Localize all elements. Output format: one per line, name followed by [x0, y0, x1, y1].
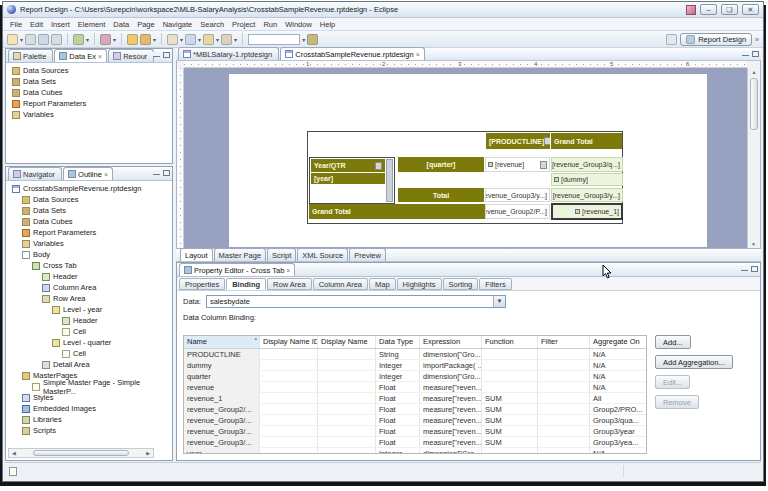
binding-table-row[interactable]: quarter Integer dimension["Gro... N/A [184, 371, 646, 382]
close-button[interactable]: ✕ [742, 4, 759, 15]
binding-table-row[interactable]: revenue_Group2/... Float measure["reven.… [184, 404, 646, 415]
panel-tab[interactable]: Data Ex × [54, 49, 107, 62]
tree-item[interactable]: Data Cubes [6, 216, 172, 227]
tree-item[interactable]: Data Sets [6, 205, 172, 216]
tab-close-icon[interactable]: × [286, 267, 290, 274]
external-preview-icon[interactable] [307, 34, 318, 45]
scroll-left-icon[interactable]: ◀ [9, 450, 19, 456]
tree-item[interactable]: Row Area [6, 293, 172, 304]
crosstab-row-header-block[interactable]: Year/QTR [year] [309, 157, 395, 204]
crosstab-column-header-cell[interactable]: [PRODUCTLINE] [486, 133, 550, 149]
column-header[interactable]: Aggregate On [590, 336, 646, 348]
column-header[interactable]: Data Type [376, 336, 420, 348]
property-subtab[interactable]: Highlights [397, 278, 442, 290]
property-subtab[interactable]: Binding [226, 278, 266, 290]
tab-close-icon[interactable]: × [416, 51, 420, 58]
new-report-icon[interactable] [7, 34, 18, 45]
cell-menu-icon[interactable] [544, 137, 550, 145]
page-tab[interactable]: Preview [349, 248, 386, 261]
menu-item[interactable]: Navigate [159, 20, 197, 29]
binding-table-row[interactable]: revenue_Group3/... Float measure["reven.… [184, 415, 646, 426]
data-select[interactable]: salesbydate ▼ [206, 295, 506, 308]
binding-action-button[interactable]: Remove [655, 395, 699, 409]
minimize-button[interactable]: – [700, 4, 717, 15]
property-subtab[interactable]: Row Area [267, 278, 312, 290]
crosstab-grand-total-column-cell[interactable]: Grand Total [551, 133, 622, 149]
panel-tab[interactable]: Navigator [8, 167, 62, 180]
panel-tab[interactable]: Palette [8, 49, 53, 62]
print-icon[interactable] [51, 34, 62, 45]
toolbar-combo[interactable] [248, 34, 300, 45]
menu-item[interactable]: File [6, 20, 26, 29]
tree-item[interactable]: Header [6, 271, 172, 282]
scroll-up-icon[interactable]: ▲ [748, 68, 760, 76]
minimize-view-icon[interactable] [742, 51, 749, 56]
tree-item[interactable]: CrosstabSampleRevenue.rptdesign [6, 183, 172, 194]
editor-tab[interactable]: *MBLSalary-1.rptdesign [178, 47, 279, 60]
maximize-view-icon[interactable] [163, 170, 170, 176]
new-dataset-icon[interactable] [100, 34, 111, 45]
binding-table-row[interactable]: revenue Float measure["reven... N/A [184, 382, 646, 393]
tree-item[interactable]: Data Sources [6, 194, 172, 205]
tree-item[interactable]: Report Parameters [6, 227, 172, 238]
datasource-dropdown-icon[interactable]: ▾ [86, 36, 89, 43]
tree-item[interactable]: Header [6, 315, 172, 326]
maximize-view-icon[interactable] [752, 51, 759, 57]
binding-action-button[interactable]: Add Aggregation... [655, 355, 733, 369]
revenue-group3-y-grand-cell[interactable]: [revenue_Group3/y...] [551, 188, 623, 202]
binding-action-button[interactable]: Add... [655, 335, 691, 349]
revenue-cell[interactable]: [revenue] [485, 157, 550, 172]
column-header-name[interactable]: Name▴ [184, 336, 260, 348]
menu-item[interactable]: Search [196, 20, 228, 29]
property-subtab[interactable]: Map [369, 278, 396, 290]
save-icon[interactable] [25, 34, 36, 45]
column-header[interactable]: Display Name ID [260, 336, 318, 348]
dataset-dropdown-icon[interactable]: ▾ [113, 36, 116, 43]
grand-total-row-cell[interactable]: Grand Total [309, 204, 485, 219]
run-icon[interactable] [221, 34, 232, 45]
maximize-view-icon[interactable] [751, 266, 758, 272]
menu-item[interactable]: Page [133, 20, 159, 29]
tree-item[interactable]: Simple Master Page - Simple MasterP... [6, 381, 172, 392]
style-edit-icon[interactable] [140, 34, 151, 45]
preview-report-icon[interactable] [127, 34, 138, 45]
menu-item[interactable]: Element [74, 20, 110, 29]
revenue-1-cell-selected[interactable]: [revenue_1] [551, 203, 623, 220]
scrollbar-thumb[interactable] [33, 450, 129, 456]
tree-item[interactable]: Cell [6, 326, 172, 337]
tree-item[interactable]: Variables [6, 238, 172, 249]
property-subtab[interactable]: Column Area [313, 278, 368, 290]
tree-item[interactable]: Variables [6, 109, 172, 120]
tab-close-icon[interactable]: × [104, 171, 108, 178]
year-cell[interactable]: [year] [311, 173, 385, 184]
binding-action-button[interactable]: Edit... [655, 375, 690, 389]
dummy-cell[interactable]: [dummy] [551, 173, 623, 186]
menu-item[interactable]: Insert [47, 20, 74, 29]
scroll-right-icon[interactable]: ▶ [143, 450, 153, 456]
chevron-down-icon[interactable]: ▼ [493, 296, 505, 307]
tree-item[interactable]: Data Cubes [6, 87, 172, 98]
menu-item[interactable]: Help [316, 20, 339, 29]
tree-item[interactable]: Report Parameters [6, 98, 172, 109]
tree-item[interactable]: Cell [6, 348, 172, 359]
report-design-perspective-button[interactable]: Report Design [680, 33, 752, 46]
page-tab[interactable]: Script [267, 248, 296, 261]
total-cell[interactable]: Total [398, 188, 484, 202]
tree-item[interactable]: Column Area [6, 282, 172, 293]
column-header[interactable]: Function [482, 336, 538, 348]
binding-table-row[interactable]: revenue_1 Float measure["reven... SUM Al… [184, 393, 646, 404]
tree-item[interactable]: Detail Area [6, 359, 172, 370]
minimize-view-icon[interactable] [741, 266, 748, 271]
style-dropdown-icon[interactable]: ▾ [153, 36, 156, 43]
tree-item[interactable]: Level - quarter [6, 337, 172, 348]
maximize-view-icon[interactable] [163, 52, 170, 58]
maximize-button[interactable]: ❏ [721, 4, 738, 15]
new-dropdown-icon[interactable]: ▾ [20, 36, 23, 43]
tree-item[interactable]: Body [6, 249, 172, 260]
crosstab-element[interactable]: [PRODUCTLINE] Grand Total Year/QTR [307, 131, 623, 224]
menu-item[interactable]: Run [259, 20, 281, 29]
property-subtab[interactable]: Sorting [443, 278, 479, 290]
menu-item[interactable]: Window [281, 20, 316, 29]
cell-menu-icon[interactable] [540, 161, 547, 169]
tree-item[interactable]: Embedded Images [6, 403, 172, 414]
